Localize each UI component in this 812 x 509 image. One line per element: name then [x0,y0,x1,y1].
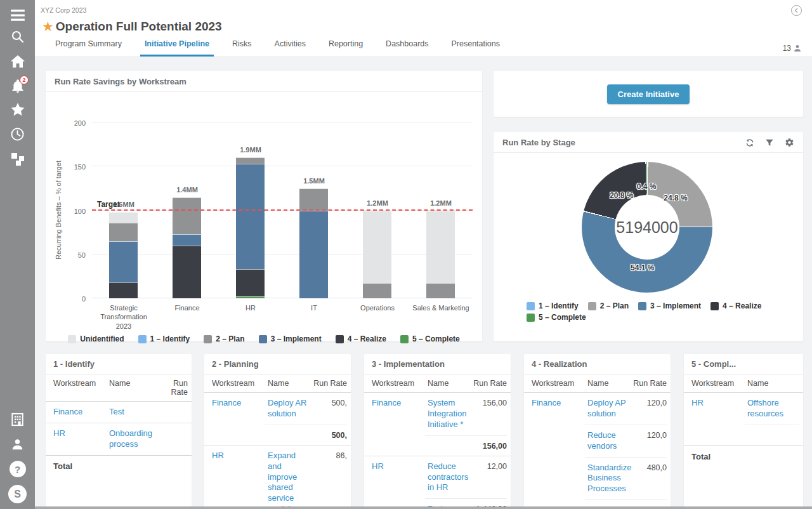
bar-segment[interactable] [173,234,201,246]
stage-donut[interactable]: 5194000 24.8 %54.1 %20.8 %0.4 % [582,162,712,293]
bar-segment[interactable] [236,164,265,269]
bar-segment[interactable] [363,283,391,298]
stacked-bar[interactable] [173,197,201,298]
initiative-name-cell: Expand and improve shared service model [265,451,310,509]
bar-segment[interactable] [299,211,328,299]
workstream-cell [691,425,745,446]
initiative-name-cell [425,441,470,451]
favorite-star-icon[interactable]: ★ [42,19,54,34]
legend-item[interactable]: 2 – Plan [204,334,244,343]
tab-reporting[interactable]: Reporting [324,39,367,56]
members-icon [793,44,802,53]
initiative-link[interactable]: Standardize Business Processes [587,463,631,494]
settings-gear-icon[interactable] [785,138,794,147]
tab-dashboards[interactable]: Dashboards [381,39,433,56]
bar-segment[interactable] [173,246,201,298]
stage-table-header: WorkstreamNameRun Rate [46,374,192,402]
initiative-link[interactable]: Onboarding process [109,428,152,449]
tab-presentations[interactable]: Presentations [447,39,504,56]
bar-segment[interactable] [426,211,455,284]
app-logo-icon[interactable]: S [0,485,35,503]
workstream-link[interactable]: Finance [212,398,241,407]
y-axis-tick: 200 [62,119,86,127]
bar-segment[interactable] [236,296,265,298]
legend-item[interactable]: 3 – Implement [259,334,322,343]
workstream-cell [532,457,585,500]
bar-segment[interactable] [426,283,455,298]
organization-icon[interactable] [0,413,35,426]
initiative-link[interactable]: Reduce contractors in HR [428,461,468,492]
workstream-link[interactable]: HR [212,451,224,460]
workstream-link[interactable]: HR [53,428,65,438]
legend-swatch [68,335,76,343]
stacked-bar[interactable] [299,188,328,298]
legend-item[interactable]: 3 – Implement [638,301,701,310]
bar-segment[interactable] [109,282,138,298]
menu-icon[interactable] [0,8,35,22]
hierarchy-icon[interactable] [0,151,35,166]
collapse-panel-button[interactable] [791,5,802,16]
workstream-link[interactable]: HR [372,461,384,471]
initiative-link[interactable]: Deploy AR solution [268,398,306,418]
initiative-link[interactable]: Expand and improve shared service model [268,451,297,509]
legend-label: 1 – Identify [539,301,579,310]
search-icon[interactable] [0,29,35,44]
y-axis-tick: 100 [62,208,86,215]
favorites-icon[interactable] [0,102,35,117]
bar-segment[interactable] [299,188,328,211]
legend-item[interactable]: 1 – Identify [138,334,190,343]
bar-value-label: 1.2MM [409,199,473,207]
table-row: Standardize Business Processes480,0 [524,457,671,500]
bar-segment[interactable] [109,241,138,282]
legend-item[interactable]: 5 – Complete [400,334,460,343]
stacked-bar[interactable] [426,211,455,298]
legend-item[interactable]: 4 – Realize [336,334,386,343]
stacked-bar[interactable] [109,212,138,298]
workstream-link[interactable]: Finance [372,398,401,407]
stacked-bar[interactable] [236,157,265,298]
tab-risks[interactable]: Risks [228,39,256,56]
x-axis-label: IT [282,303,346,331]
initiative-link[interactable]: Test [109,407,124,416]
bar-segment[interactable] [363,211,391,284]
user-icon[interactable] [0,437,35,451]
x-axis-labels: Strategic Transformation 2023FinanceHRIT… [92,303,473,331]
refresh-icon[interactable] [745,138,754,147]
bar-slot: 1.5MM [282,122,346,298]
help-icon[interactable]: ? [0,461,35,477]
legend-item[interactable]: 1 – Identify [527,301,579,310]
legend-item[interactable]: 4 – Realize [710,301,761,310]
initiative-link[interactable]: Reduce vendors [587,430,617,451]
tab-initiative-pipeline[interactable]: Initiative Pipeline [140,39,214,56]
initiative-link[interactable]: Deploy AP solution [587,398,625,418]
tab-program-summary[interactable]: Program Summary [51,39,126,56]
workstream-link[interactable]: HR [691,398,704,407]
notifications-icon[interactable]: 2 [0,79,35,94]
workstream-link[interactable]: Finance [532,398,561,407]
legend-item[interactable]: Unidentified [68,334,124,343]
initiative-name-cell: Offshore resources [745,398,763,420]
stacked-bar[interactable] [363,211,391,298]
row-content: 156,00 [425,435,507,456]
legend-item[interactable]: 2 – Plan [588,301,629,310]
bar-segment[interactable] [236,157,265,164]
initiative-link[interactable]: System Integration Initiative * [428,398,466,429]
bar-segment[interactable] [109,223,138,241]
member-count[interactable]: 13 [783,44,802,53]
bar-segment[interactable] [109,212,138,223]
create-initiative-button[interactable]: Create Initiative [607,84,690,104]
stage-donut-chart: 5194000 24.8 %54.1 %20.8 %0.4 % 1 – Iden… [494,153,803,339]
tab-activities[interactable]: Activities [270,39,310,56]
slice-percent-label: 0.4 % [637,182,657,191]
bar-segment[interactable] [173,197,201,234]
initiative-name-cell [265,430,310,440]
home-icon[interactable] [0,55,35,69]
filter-icon[interactable] [765,138,774,147]
legend-label: 2 – Plan [600,301,629,310]
bar-segment[interactable] [236,269,265,296]
recent-icon[interactable] [0,127,35,142]
breadcrumb[interactable]: XYZ Corp 2023 [41,6,86,14]
legend-item[interactable]: 5 – Complete [527,313,586,322]
workstream-link[interactable]: Finance [53,407,82,416]
horizontal-scrollbar[interactable] [35,506,812,509]
